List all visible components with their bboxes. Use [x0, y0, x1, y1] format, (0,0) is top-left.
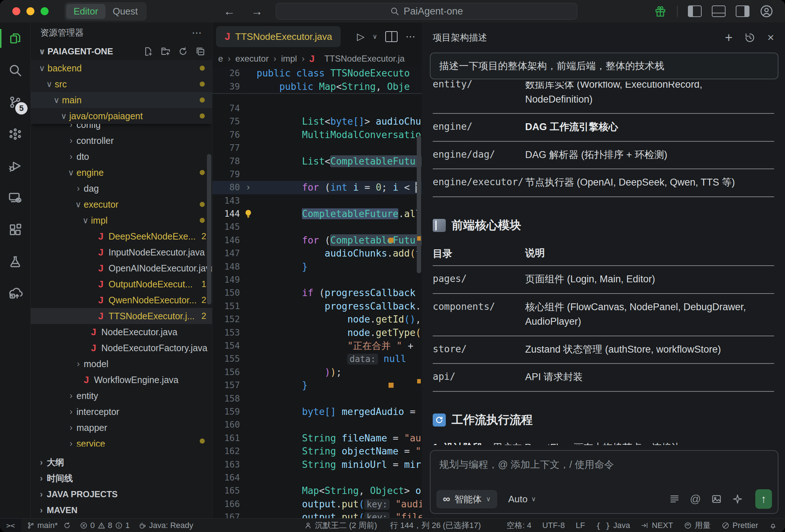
close-panel-icon[interactable]: × [767, 31, 774, 44]
agent-mode-select[interactable]: ∞ 智能体 ∨ [436, 490, 497, 508]
back-button[interactable]: ← [224, 5, 235, 18]
code-line-143[interactable]: 143 [212, 194, 422, 207]
tree-item-engine[interactable]: ∨engine [31, 165, 212, 180]
code-line-164[interactable]: 164 [212, 471, 422, 484]
tree-item-config[interactable]: ›config [31, 124, 212, 133]
activity-project-structure[interactable] [0, 118, 30, 150]
tree-item-impl[interactable]: ∨impl [31, 212, 212, 228]
project-search[interactable]: PaiAgent-one [276, 3, 577, 20]
tree-item-NodeExecutorFactory.java[interactable]: JNodeExecutorFactory.java [31, 340, 212, 356]
tree-item-src[interactable]: ∨src [31, 76, 212, 92]
gift-icon[interactable] [654, 5, 667, 18]
activity-search[interactable] [0, 54, 30, 86]
code-line-80[interactable]: 80› for (int i = 0; i < t [212, 181, 422, 194]
code-line-152[interactable]: 152 node.getId(), [212, 313, 422, 326]
formatter-status[interactable]: Prettier [722, 521, 758, 530]
tree-item-InputNodeExecutor.java[interactable]: JInputNodeExecutor.java [31, 244, 212, 260]
code-line-74[interactable]: 74 [212, 102, 422, 115]
code-line-146[interactable]: 146 for (CompletableFutur [212, 234, 422, 247]
tree-item-dag[interactable]: ›dag [31, 180, 212, 196]
new-chat-icon[interactable]: + [725, 30, 732, 45]
activity-run-debug[interactable] [0, 150, 30, 182]
breadcrumb-item[interactable]: impl [281, 54, 297, 64]
editor-scrollbar[interactable] [417, 136, 421, 273]
section-java-projects[interactable]: ›JAVA PROJECTS [31, 486, 212, 502]
project-root[interactable]: ∨ PAIAGENT-ONE [31, 43, 212, 60]
git-branch-status[interactable]: main* [27, 521, 71, 530]
code-line-79[interactable]: 79 [212, 168, 422, 181]
activity-java-deploy[interactable]: J [0, 278, 30, 309]
tree-item-TTSNodeExecutor.j...[interactable]: JTTSNodeExecutor.j...2 [31, 308, 212, 324]
tree-item-backend[interactable]: ∨backend [31, 60, 212, 76]
code-line-158[interactable]: 158 [212, 392, 422, 405]
toggle-bottom-panel-icon[interactable] [712, 5, 726, 17]
send-button[interactable]: ↑ [755, 489, 772, 509]
new-folder-icon[interactable] [161, 46, 171, 57]
code-line-144[interactable]: 144 CompletableFuture.all [212, 207, 422, 220]
tree-item-mapper[interactable]: ›mapper [31, 420, 212, 436]
code-line-76[interactable]: 76 MultiModalConversatio [212, 128, 422, 141]
toggle-left-panel-icon[interactable] [688, 5, 702, 17]
tree-item-java-com-paiagent[interactable]: ∨java/com/paiagent [31, 108, 212, 124]
code-line-147[interactable]: 147 audioChunks.add(f [212, 247, 422, 260]
fold-chevron-icon[interactable]: › [240, 182, 257, 192]
tree-item-entity[interactable]: ›entity [31, 388, 212, 404]
code-line-145[interactable]: 145 [212, 220, 422, 233]
mention-icon[interactable]: @ [690, 493, 701, 505]
code-line-149[interactable]: 149 [212, 273, 422, 286]
git-blame[interactable]: 沉默王二 (2 周前) [304, 520, 377, 531]
tree-item-WorkflowEngine.java[interactable]: JWorkflowEngine.java [31, 372, 212, 388]
tab-editor[interactable]: Editor [66, 4, 105, 19]
lightbulb-icon[interactable] [240, 209, 257, 219]
image-icon[interactable] [711, 494, 722, 504]
tree-item-NodeExecutor.java[interactable]: JNodeExecutor.java [31, 324, 212, 340]
tree-item-interceptor[interactable]: ›interceptor [31, 404, 212, 420]
code-line-157[interactable]: 157 } [212, 379, 422, 392]
code-line-151[interactable]: 151 progressCallback. [212, 300, 422, 313]
split-editor-icon[interactable] [385, 31, 398, 42]
history-icon[interactable] [744, 32, 756, 43]
code-line-150[interactable]: 150 if (progressCallback [212, 286, 422, 299]
chat-input-box[interactable]: 规划与编程，@ 添加上下文，/ 使用命令 ∞ 智能体 ∨ Auto ∨ @ [430, 450, 778, 514]
next-edit-status[interactable]: NEXT [641, 521, 673, 530]
tree-item-executor[interactable]: ∨executor [31, 196, 212, 212]
code-line-155[interactable]: 155 data: null [212, 352, 422, 365]
collapse-all-icon[interactable] [195, 46, 205, 57]
breadcrumb-item[interactable]: TTSNodeExecutor.ja [324, 54, 404, 64]
code-line-161[interactable]: 161 String fileName = "au [212, 432, 422, 445]
breadcrumb-item[interactable]: executor [235, 54, 269, 64]
toggle-right-panel-icon[interactable] [736, 5, 749, 17]
java-status[interactable]: Java: Ready [138, 521, 193, 530]
model-select[interactable]: Auto ∨ [508, 494, 536, 505]
code-line-167[interactable]: 167 output.put(key: "file [212, 511, 422, 518]
code-line-159[interactable]: 159 byte[] mergedAudio = [212, 405, 422, 418]
tree-item-model[interactable]: ›model [31, 356, 212, 372]
remote-indicator[interactable]: >< [0, 519, 21, 532]
activity-testing[interactable] [0, 246, 30, 278]
rules-list-icon[interactable] [669, 494, 680, 504]
new-file-icon[interactable] [143, 46, 153, 57]
sync-icon[interactable] [63, 521, 71, 529]
activity-extensions[interactable] [0, 214, 30, 246]
activity-remote-explorer[interactable] [0, 182, 30, 214]
usage-status[interactable]: 用量 [684, 520, 711, 531]
run-options-chevron-icon[interactable]: ∨ [373, 33, 377, 41]
cursor-position[interactable]: 行 144，列 26 (已选择17) [390, 520, 481, 531]
code-line-166[interactable]: 166 output.put(key: "audi [212, 498, 422, 511]
minimize-window-button[interactable] [26, 7, 34, 15]
explorer-more-icon[interactable]: ⋯ [192, 27, 203, 39]
sparkle-icon[interactable] [732, 494, 743, 504]
code-line-162[interactable]: 162 String objectName = " [212, 445, 422, 458]
section-timeline[interactable]: ›时间线 [31, 470, 212, 486]
code-line-163[interactable]: 163 String minioUrl = mir [212, 458, 422, 471]
code-line-78[interactable]: 78 List<CompletableFutur [212, 154, 422, 167]
problems-status[interactable]: 0 8 1 [80, 521, 130, 530]
language-status[interactable]: { }Java [596, 521, 630, 530]
code-line-77[interactable]: 77 [212, 141, 422, 154]
close-window-button[interactable] [12, 7, 20, 15]
code-line-39[interactable]: 39 public Map<String, Obje [212, 80, 422, 93]
sidebar-scrollbar[interactable] [207, 154, 211, 304]
tree-item-dto[interactable]: ›dto [31, 149, 212, 165]
tree-item-OutputNodeExecut...[interactable]: JOutputNodeExecut...1 [31, 276, 212, 292]
tree-item-OpenAINodeExecutor.java[interactable]: JOpenAINodeExecutor.java [31, 260, 212, 276]
